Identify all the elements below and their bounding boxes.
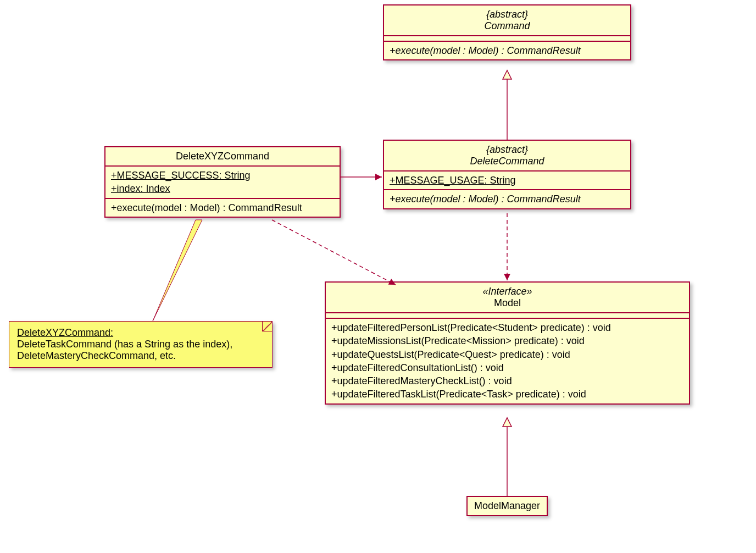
class-name: ModelManager: [474, 500, 540, 512]
class-attrs-empty: [326, 313, 689, 319]
class-delete-command: {abstract} DeleteCommand +MESSAGE_USAGE:…: [383, 140, 631, 209]
attr-row: +MESSAGE_USAGE: String: [390, 174, 625, 187]
note-delete-xyz: DeleteXYZCommand: DeleteTaskCommand (has…: [9, 321, 273, 368]
note-title: DeleteXYZCommand:: [17, 327, 264, 339]
class-name: Command: [391, 20, 624, 32]
note-line: DeleteMasteryCheckCommand, etc.: [17, 350, 264, 362]
connectors-layer: [0, 0, 756, 553]
method-row: +updateFilteredPersonList(Predicate<Stud…: [331, 321, 683, 334]
note-fold-icon: [262, 322, 272, 331]
method-row: +updateFilteredTaskList(Predicate<Task> …: [331, 388, 683, 401]
method-row: +execute(model : Model) : CommandResult: [390, 192, 625, 206]
note-anchor: [153, 220, 202, 321]
class-stereotype: «Interface»: [332, 286, 682, 297]
class-name: Model: [332, 297, 682, 309]
method-row: +execute(model : Model) : CommandResult: [390, 44, 625, 57]
attr-row: +MESSAGE_SUCCESS: String: [111, 169, 334, 182]
class-name: DeleteXYZCommand: [112, 151, 333, 162]
class-command: {abstract} Command +execute(model : Mode…: [383, 4, 631, 60]
class-stereotype: {abstract}: [391, 9, 624, 20]
class-attrs-empty: [384, 36, 630, 42]
class-delete-xyz-command: DeleteXYZCommand +MESSAGE_SUCCESS: Strin…: [104, 146, 341, 218]
class-model-interface: «Interface» Model +updateFilteredPersonL…: [325, 281, 690, 405]
class-stereotype: {abstract}: [391, 144, 624, 156]
method-row: +execute(model : Model) : CommandResult: [111, 201, 334, 214]
class-model-manager: ModelManager: [466, 496, 548, 516]
method-row: +updateFilteredMasteryCheckList() : void: [331, 374, 683, 388]
method-row: +updateFilteredConsultationList() : void: [331, 361, 683, 374]
note-line: DeleteTaskCommand (has a String as the i…: [17, 339, 264, 350]
method-row: +updateQuestsList(Predicate<Quest> predi…: [331, 348, 683, 361]
attr-row: +index: Index: [111, 182, 334, 195]
method-row: +updateMissionsList(Predicate<Mission> p…: [331, 334, 683, 347]
class-name: DeleteCommand: [391, 156, 624, 167]
line-dependency-deletexyz-model: [272, 220, 396, 285]
